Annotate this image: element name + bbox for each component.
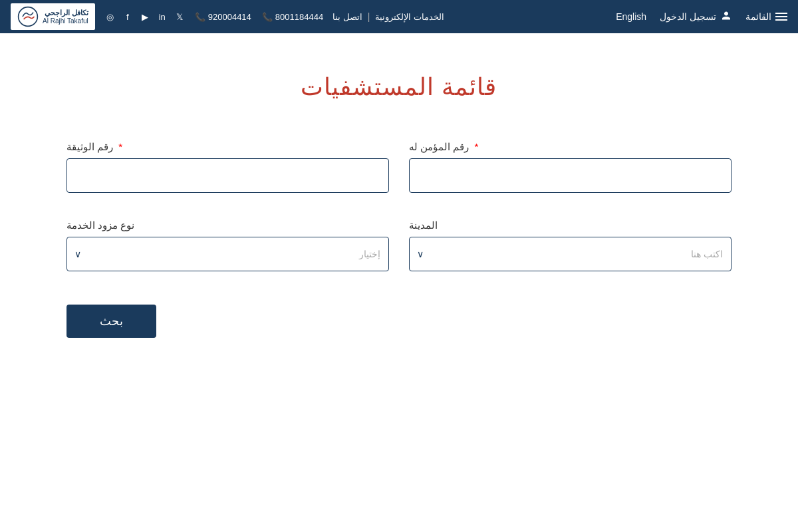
- policy-number-label-text: رقم الوثيقة: [66, 141, 113, 152]
- menu-button[interactable]: القائمة: [745, 11, 787, 22]
- phone2-number: 8001184444: [275, 12, 323, 22]
- city-field: المدينة اكتب هنا ∨: [409, 219, 732, 271]
- policy-number-field: * رقم الوثيقة: [66, 141, 389, 193]
- eservices-link[interactable]: الخدمات الإلكترونية: [375, 12, 444, 22]
- insured-id-input[interactable]: [409, 158, 732, 193]
- form-row-1: * رقم المؤمن له * رقم الوثيقة: [66, 141, 732, 193]
- policy-number-label: * رقم الوثيقة: [66, 141, 122, 153]
- login-icon: [720, 11, 732, 23]
- main-content: قائمة المستشفيات * رقم المؤمن له * رقم ا…: [0, 33, 798, 391]
- logo-icon: [17, 6, 39, 27]
- lang-label: English: [616, 11, 646, 22]
- policy-number-required-star: *: [118, 141, 122, 152]
- nav-divider: |: [368, 11, 370, 22]
- insured-id-required-star: *: [475, 141, 479, 152]
- hamburger-icon: [775, 13, 787, 21]
- phone2: 📞 8001184444: [262, 12, 323, 22]
- search-button[interactable]: بحث: [66, 305, 156, 338]
- twitter-icon[interactable]: 𝕏: [174, 11, 186, 23]
- header-left: القائمة تسجيل الدخول English: [616, 11, 787, 23]
- insured-id-field: * رقم المؤمن له: [409, 141, 732, 193]
- service-type-select-wrapper: إختيار ∨: [66, 237, 389, 271]
- logo-text-en: Al Rajhi Takaful: [43, 17, 88, 25]
- facebook-icon[interactable]: f: [122, 11, 134, 23]
- city-select[interactable]: اكتب هنا: [409, 237, 732, 271]
- insured-id-label-text: رقم المؤمن له: [409, 141, 469, 152]
- service-type-field: نوع مزود الخدمة إختيار ∨: [66, 219, 389, 271]
- youtube-icon[interactable]: ▶: [139, 11, 151, 23]
- instagram-icon[interactable]: ◎: [104, 11, 116, 23]
- service-type-select[interactable]: إختيار: [66, 237, 389, 271]
- phone1-number: 920004414: [208, 12, 251, 22]
- policy-number-input[interactable]: [66, 158, 389, 193]
- login-button[interactable]: تسجيل الدخول: [660, 11, 732, 23]
- logo-text-ar: تكافل الراجحي: [43, 9, 88, 17]
- button-row: بحث: [66, 298, 732, 338]
- insured-id-label: * رقم المؤمن له: [409, 141, 478, 153]
- phone-icon-1: 📞: [195, 12, 205, 22]
- phone-icon-2: 📞: [262, 12, 273, 22]
- form-row-2: المدينة اكتب هنا ∨ نوع مزود الخدمة إختيا…: [66, 219, 732, 271]
- login-label: تسجيل الدخول: [660, 11, 716, 22]
- contact-link[interactable]: اتصل بنا: [332, 12, 362, 22]
- header-phones: 📞 920004414 📞 8001184444: [195, 12, 323, 22]
- language-toggle[interactable]: English: [616, 11, 646, 22]
- hospital-search-form: * رقم المؤمن له * رقم الوثيقة المدينة: [66, 141, 732, 338]
- menu-label: القائمة: [745, 11, 771, 22]
- city-label: المدينة: [409, 219, 438, 231]
- header-nav: الخدمات الإلكترونية | اتصل بنا: [332, 11, 444, 22]
- city-select-wrapper: اكتب هنا ∨: [409, 237, 732, 271]
- linkedin-icon[interactable]: in: [156, 11, 168, 23]
- phone1: 📞 920004414: [195, 12, 251, 22]
- logo: تكافل الراجحي Al Rajhi Takaful: [11, 3, 95, 30]
- logo-text: تكافل الراجحي Al Rajhi Takaful: [43, 9, 88, 25]
- service-type-label: نوع مزود الخدمة: [66, 219, 134, 231]
- page-title: قائمة المستشفيات: [66, 73, 732, 101]
- header-right: الخدمات الإلكترونية | اتصل بنا 📞 9200044…: [11, 3, 444, 30]
- main-header: القائمة تسجيل الدخول English الخدمات الإ…: [0, 0, 798, 33]
- social-icons: 𝕏 in ▶ f ◎: [104, 11, 186, 23]
